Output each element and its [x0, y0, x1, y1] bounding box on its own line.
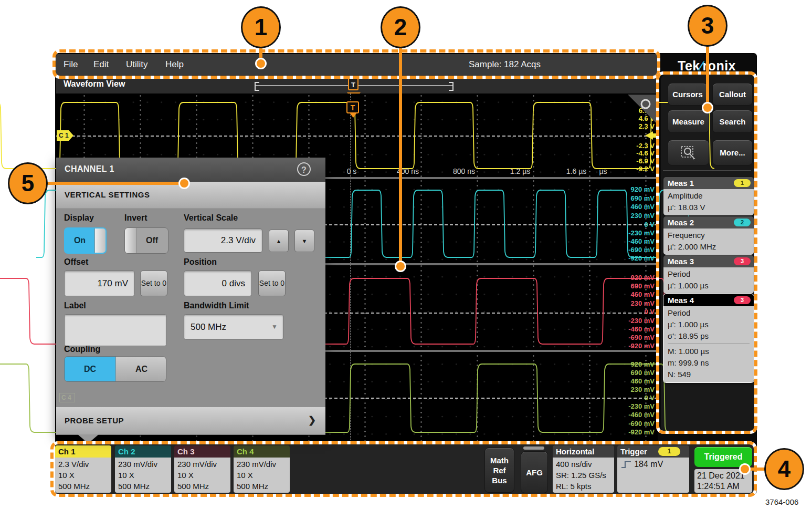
vertical-settings-label: VERTICAL SETTINGS — [65, 190, 150, 199]
coupling-selector: DC AC — [64, 356, 166, 382]
dialog-header[interactable]: CHANNEL 1 ? — [56, 158, 325, 182]
annotated-screenshot: File Edit Utility Help Sample: 182 Acqs … — [0, 0, 812, 509]
ch4-waveform-handle-ghost: C 4 — [59, 393, 75, 402]
callout-1-marker: 1 — [241, 6, 281, 48]
ch1-scale-label: -6.9 V — [636, 157, 655, 165]
ch3-scale-label: 920 mV — [630, 274, 655, 282]
display-label: Display — [64, 213, 94, 223]
position-label: Position — [184, 257, 217, 267]
time-axis-label: 800 ns — [440, 167, 488, 175]
callout-3-stem — [706, 45, 709, 103]
offset-set-to-0-button[interactable]: Set to 0 — [140, 271, 167, 296]
label-input[interactable] — [64, 314, 167, 346]
invert-toggle[interactable]: Off — [124, 227, 168, 254]
ch4-scale-label: 460 mV — [630, 377, 655, 385]
ch1-scale-label: -2.3 V — [636, 142, 655, 150]
scale-up-button[interactable]: ▲ — [269, 230, 289, 252]
invert-toggle-knob — [125, 228, 136, 253]
coupling-dc-button[interactable]: DC — [65, 357, 115, 381]
ch2-scale-label: -460 mV — [628, 237, 655, 245]
ch4-scale-label: 690 mV — [630, 369, 655, 377]
probe-setup-label: PROBE SETUP — [65, 416, 124, 425]
figure-number: 3764-006 — [765, 497, 798, 506]
scale-down-button[interactable]: ▼ — [294, 230, 314, 252]
coupling-ac-button[interactable]: AC — [115, 357, 166, 381]
ch2-scale-label: -690 mV — [628, 246, 655, 254]
ch1-scale-label: -9.2 V — [636, 165, 655, 173]
ch4-scale-label: 0 V — [644, 394, 655, 402]
callout-5-marker: 5 — [8, 162, 48, 204]
ch3-scale-label: 460 mV — [630, 290, 655, 298]
ch4-scale-label: 920 mV — [630, 360, 655, 368]
ch2-scale-label: 230 mV — [630, 212, 655, 220]
dialog-title: CHANNEL 1 — [65, 164, 114, 174]
callout-2-stem — [399, 46, 402, 263]
ch4-scale-label: -920 mV — [628, 428, 655, 436]
vertical-settings-section[interactable]: VERTICAL SETTINGS — [56, 182, 325, 209]
ch3-scale-label: 690 mV — [630, 282, 655, 290]
ch4-scale-label: 230 mV — [630, 386, 655, 393]
callout-5-stem — [47, 182, 181, 185]
offset-label: Offset — [64, 257, 88, 267]
callout-4-dot — [739, 463, 751, 475]
time-axis-label: 0 s — [328, 167, 375, 175]
bandwidth-dropdown[interactable]: 500 MHz ▼ — [184, 314, 283, 340]
callout-2-marker: 2 — [381, 6, 420, 48]
display-toggle-on-label: On — [65, 228, 94, 253]
display-toggle-knob — [94, 228, 106, 253]
ch2-scale-label: -230 mV — [628, 229, 655, 237]
waveform-view-title: Waveform View — [64, 79, 125, 89]
time-axis-label: µs — [579, 167, 627, 175]
vertical-scale-label: Vertical Scale — [184, 213, 238, 223]
label-label: Label — [64, 301, 86, 310]
up-arrow-icon: ▲ — [276, 238, 282, 244]
dropdown-arrow-icon: ▼ — [271, 315, 278, 339]
callout-3-marker: 3 — [688, 5, 727, 47]
position-input[interactable]: 0 divs — [184, 271, 252, 296]
display-toggle[interactable]: On — [64, 227, 107, 254]
bandwidth-value: 500 MHz — [191, 322, 226, 332]
ch2-scale-label: -920 mV — [628, 254, 655, 262]
invert-toggle-off-label: Off — [136, 228, 168, 253]
ch4-scale-label: -690 mV — [628, 420, 655, 428]
callout-3-dot — [702, 102, 713, 113]
callout-2-dot — [395, 261, 406, 272]
ch2-scale-label: 690 mV — [630, 194, 655, 202]
ch4-scale-label: -460 mV — [628, 411, 655, 419]
logo-text-pre: Tek — [678, 58, 700, 73]
vertical-scale-input[interactable]: 2.3 V/div — [184, 228, 262, 253]
time-axis-label: 1.2 µs — [497, 167, 544, 175]
chevron-right-icon: ❯ — [308, 414, 316, 426]
down-arrow-icon: ▼ — [302, 238, 308, 244]
invert-label: Invert — [124, 213, 147, 223]
ruler-right-bracket — [449, 82, 454, 91]
coupling-label: Coupling — [64, 345, 100, 354]
probe-setup-section[interactable]: PROBE SETUP ❯ — [56, 407, 325, 435]
trigger-flag[interactable]: T — [346, 101, 359, 113]
channel1-dialog: CHANNEL 1 ? VERTICAL SETTINGS Display In… — [56, 158, 325, 434]
ch2-scale-label: 0 V — [644, 221, 655, 228]
ch3-scale-label: -230 mV — [628, 317, 655, 325]
position-set-to-0-button[interactable]: Set to 0 — [258, 271, 286, 296]
ruler-left-bracket — [255, 82, 259, 91]
help-icon[interactable]: ? — [297, 162, 311, 176]
bandwidth-limit-label: Bandwidth Limit — [184, 301, 249, 310]
annotation-frame-bottombar — [50, 441, 757, 497]
trigger-level-arrow[interactable] — [645, 131, 653, 140]
annotation-frame-menubar — [52, 49, 660, 79]
ch3-scale-label: -460 mV — [628, 325, 655, 333]
ch1-scale-label: -4.6 V — [636, 149, 655, 157]
callout-5-dot — [178, 178, 190, 189]
callout-4-marker: 4 — [764, 448, 804, 490]
ch3-scale-label: -690 mV — [628, 334, 655, 341]
ch4-scale-label: -230 mV — [628, 402, 655, 410]
annotation-frame-rightpanel — [656, 71, 757, 434]
ch2-scale-label: 460 mV — [630, 203, 655, 211]
time-axis-label: 400 ns — [384, 167, 431, 175]
trigger-position-marker[interactable]: T — [348, 78, 358, 90]
ch1-scale-label: 2.3 V — [639, 122, 655, 130]
offset-input[interactable]: 170 mV — [64, 271, 135, 296]
ch3-scale-label: 230 mV — [630, 299, 655, 307]
ch3-scale-label: 0 V — [644, 308, 655, 316]
callout-1-dot — [255, 58, 267, 69]
